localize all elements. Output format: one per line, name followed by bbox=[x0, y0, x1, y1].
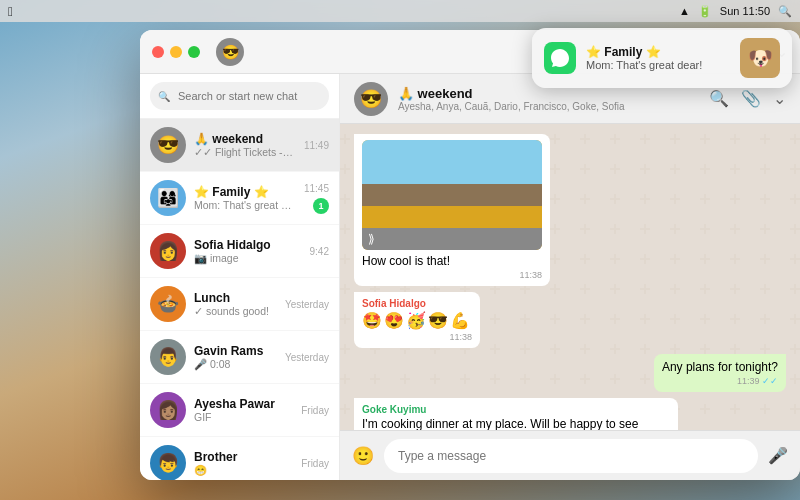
chat-header-members: Ayesha, Anya, Cauã, Dario, Francisco, Go… bbox=[398, 101, 699, 112]
chat-meta: Yesterday bbox=[285, 299, 329, 310]
more-icon[interactable]: ⌄ bbox=[773, 89, 786, 108]
notification-body: Mom: That's great dear! bbox=[586, 59, 730, 71]
chat-name: Ayesha Pawar bbox=[194, 397, 293, 411]
chat-item-lunch[interactable]: 🍲 Lunch ✓ sounds good! Yesterday bbox=[140, 278, 339, 331]
notification-title: ⭐ Family ⭐ bbox=[586, 45, 730, 59]
menubar-right: ▲ 🔋 Sun 11:50 🔍 bbox=[679, 5, 792, 18]
chat-time: 9:42 bbox=[310, 246, 329, 257]
clock: Sun 11:50 bbox=[720, 5, 770, 17]
message-goke: Goke Kuyimu I'm cooking dinner at my pla… bbox=[354, 398, 678, 430]
search-wrap bbox=[150, 82, 329, 110]
main-content: 😎 🙏 weekend ✓✓ Flight Tickets - BR 145.p… bbox=[140, 74, 800, 480]
chat-meta: 9:42 bbox=[310, 246, 329, 257]
emoji-content: 🤩😍🥳😎💪 bbox=[362, 311, 472, 330]
chat-item-family[interactable]: 👨‍👩‍👧 ⭐ Family ⭐ Mom: That's great dear!… bbox=[140, 172, 339, 225]
close-button[interactable] bbox=[152, 46, 164, 58]
chat-info: Sofia Hidalgo 📷 image bbox=[194, 238, 302, 265]
chat-item-brother[interactable]: 👦 Brother 😁 Friday bbox=[140, 437, 339, 480]
titlebar-avatar: 😎 bbox=[216, 38, 244, 66]
chat-avatar: 👩 bbox=[150, 233, 186, 269]
chat-preview: 😁 bbox=[194, 464, 293, 477]
notification-content: ⭐ Family ⭐ Mom: That's great dear! bbox=[586, 45, 730, 71]
chat-info: ⭐ Family ⭐ Mom: That's great dear! bbox=[194, 185, 296, 211]
chat-preview: GIF bbox=[194, 411, 293, 423]
chat-preview: Mom: That's great dear! bbox=[194, 199, 296, 211]
chat-item-ayesha[interactable]: 👩🏽 Ayesha Pawar GIF Friday bbox=[140, 384, 339, 437]
notification-avatar: 🐶 bbox=[740, 38, 780, 78]
message-video: ▶ ⟫ How cool is that! 11:38 bbox=[354, 134, 550, 286]
message-time: 11:38 bbox=[362, 270, 542, 280]
chat-avatar: 🍲 bbox=[150, 286, 186, 322]
chat-time: 11:49 bbox=[304, 140, 329, 151]
wifi-icon: ▲ bbox=[679, 5, 690, 17]
minimize-button[interactable] bbox=[170, 46, 182, 58]
fullscreen-button[interactable] bbox=[188, 46, 200, 58]
chat-header-icons: 🔍 📎 ⌄ bbox=[709, 89, 786, 108]
chat-avatar: 👨 bbox=[150, 339, 186, 375]
chat-info: Gavin Rams 🎤 0:08 bbox=[194, 344, 277, 371]
voice-message-icon[interactable]: 🎤 bbox=[768, 446, 788, 465]
chat-meta: Friday bbox=[301, 458, 329, 469]
chat-area: 😎 🙏 weekend Ayesha, Anya, Cauã, Dario, F… bbox=[340, 74, 800, 480]
chat-meta: Friday bbox=[301, 405, 329, 416]
chat-name: Sofia Hidalgo bbox=[194, 238, 302, 252]
chat-time: Yesterday bbox=[285, 299, 329, 310]
emoji-picker-icon[interactable]: 🙂 bbox=[352, 445, 374, 467]
chat-preview: 🎤 0:08 bbox=[194, 358, 277, 371]
sidebar: 😎 🙏 weekend ✓✓ Flight Tickets - BR 145.p… bbox=[140, 74, 340, 480]
chat-time: Friday bbox=[301, 458, 329, 469]
traffic-lights[interactable] bbox=[152, 46, 200, 58]
forward-icon: ⟫ bbox=[368, 232, 375, 246]
chat-preview: 📷 image bbox=[194, 252, 302, 265]
chat-name: Gavin Rams bbox=[194, 344, 277, 358]
menubar:  ▲ 🔋 Sun 11:50 🔍 bbox=[0, 0, 800, 22]
chat-meta: 11:45 1 bbox=[304, 183, 329, 214]
chat-info: Ayesha Pawar GIF bbox=[194, 397, 293, 423]
apple-menu[interactable]:  bbox=[8, 4, 13, 19]
chat-name: 🙏 weekend bbox=[194, 132, 296, 146]
chat-info: 🙏 weekend ✓✓ Flight Tickets - BR 145.pdf bbox=[194, 132, 296, 158]
chat-meta: 11:49 bbox=[304, 140, 329, 151]
search-chat-icon[interactable]: 🔍 bbox=[709, 89, 729, 108]
chat-avatar: 👨‍👩‍👧 bbox=[150, 180, 186, 216]
search-icon[interactable]: 🔍 bbox=[778, 5, 792, 18]
video-thumbnail[interactable]: ▶ ⟫ bbox=[362, 140, 542, 250]
notification-banner[interactable]: ⭐ Family ⭐ Mom: That's great dear! 🐶 bbox=[532, 28, 792, 88]
attach-icon[interactable]: 📎 bbox=[741, 89, 761, 108]
chat-time: 11:45 bbox=[304, 183, 329, 194]
notification-app-icon bbox=[544, 42, 576, 74]
sender-name: Sofia Hidalgo bbox=[362, 298, 472, 309]
battery-icon: 🔋 bbox=[698, 5, 712, 18]
chat-name: ⭐ Family ⭐ bbox=[194, 185, 296, 199]
message-emojis: Sofia Hidalgo 🤩😍🥳😎💪 11:38 bbox=[354, 292, 480, 348]
chat-meta: Yesterday bbox=[285, 352, 329, 363]
chat-preview: ✓ sounds good! bbox=[194, 305, 277, 317]
message-text: I'm cooking dinner at my place. Will be … bbox=[362, 417, 670, 430]
chat-avatar: 👦 bbox=[150, 445, 186, 480]
chat-name: Lunch bbox=[194, 291, 277, 305]
chat-item-gavin[interactable]: 👨 Gavin Rams 🎤 0:08 Yesterday bbox=[140, 331, 339, 384]
read-ticks: ✓✓ bbox=[762, 376, 778, 386]
search-input[interactable] bbox=[150, 82, 329, 110]
unread-badge: 1 bbox=[313, 198, 329, 214]
chat-avatar: 😎 bbox=[150, 127, 186, 163]
search-bar bbox=[140, 74, 339, 119]
chat-time: Yesterday bbox=[285, 352, 329, 363]
message-input[interactable] bbox=[384, 439, 758, 473]
message-time: 11:38 bbox=[362, 332, 472, 342]
chat-name: Brother bbox=[194, 450, 293, 464]
menubar-left:  bbox=[8, 4, 13, 19]
message-text: Any plans for tonight? bbox=[662, 360, 778, 374]
message-text: How cool is that! bbox=[362, 254, 542, 268]
chat-preview: ✓✓ Flight Tickets - BR 145.pdf bbox=[194, 146, 296, 158]
sender-name: Goke Kuyimu bbox=[362, 404, 670, 415]
chat-item-sofia[interactable]: 👩 Sofia Hidalgo 📷 image 9:42 bbox=[140, 225, 339, 278]
chat-info: Brother 😁 bbox=[194, 450, 293, 477]
messages-container: ▶ ⟫ How cool is that! 11:38 Sofia Hidalg… bbox=[340, 124, 800, 430]
chat-list: 😎 🙏 weekend ✓✓ Flight Tickets - BR 145.p… bbox=[140, 119, 339, 480]
chat-time: Friday bbox=[301, 405, 329, 416]
message-input-bar: 🙂 🎤 bbox=[340, 430, 800, 480]
chat-header-avatar: 😎 bbox=[354, 82, 388, 116]
message-time: 11:39 ✓✓ bbox=[662, 376, 778, 386]
chat-item-weekend[interactable]: 😎 🙏 weekend ✓✓ Flight Tickets - BR 145.p… bbox=[140, 119, 339, 172]
